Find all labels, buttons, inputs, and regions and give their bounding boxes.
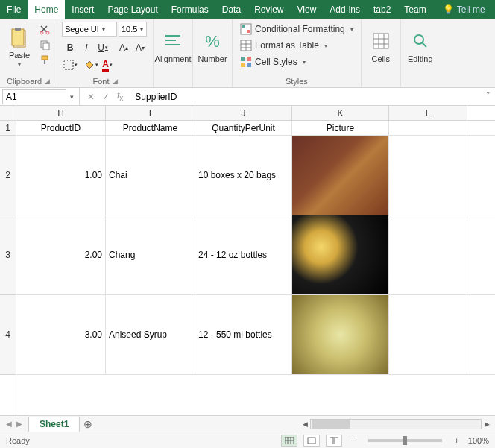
expand-formula-bar[interactable]: ⌄: [482, 88, 495, 105]
name-box-dropdown[interactable]: ▾: [66, 93, 77, 101]
hscroll-track[interactable]: [310, 419, 482, 429]
cut-button[interactable]: [37, 23, 52, 37]
spreadsheet-grid[interactable]: HIJKL 1234 ProductIDProductNameQuantityP…: [0, 106, 495, 415]
cells-button[interactable]: Cells: [366, 22, 396, 71]
tab-tell-me[interactable]: 💡Tell me: [436, 0, 492, 19]
cell-productname[interactable]: Aniseed Syrup: [106, 295, 195, 374]
enter-formula-icon[interactable]: ✓: [102, 92, 110, 102]
cell-productid[interactable]: 3.00: [16, 295, 106, 374]
header-cell-L[interactable]: [389, 121, 467, 135]
cell-productid[interactable]: 1.00: [16, 136, 106, 215]
add-sheet-button[interactable]: ⊕: [80, 416, 96, 432]
decrease-font-button[interactable]: A▾: [132, 40, 148, 55]
editing-button[interactable]: Editing: [406, 22, 435, 71]
cell-productid[interactable]: 2.00: [16, 215, 106, 294]
alignment-button[interactable]: Alignment: [158, 22, 188, 71]
cell-qty[interactable]: 10 boxes x 20 bags: [195, 136, 292, 215]
increase-font-button[interactable]: A▴: [116, 40, 132, 55]
italic-button[interactable]: I: [78, 40, 95, 55]
select-all-corner[interactable]: [0, 106, 16, 121]
number-button[interactable]: % Number: [198, 22, 227, 71]
column-header-J[interactable]: J: [195, 106, 292, 120]
zoom-level[interactable]: 100%: [468, 436, 489, 445]
bold-button[interactable]: B: [62, 40, 78, 55]
fx-icon[interactable]: fx: [117, 90, 123, 102]
name-box[interactable]: [2, 89, 66, 104]
status-ready: Ready: [6, 436, 30, 445]
header-cell-I[interactable]: ProductName: [106, 121, 195, 135]
tab-data[interactable]: Data: [215, 0, 248, 19]
column-header-K[interactable]: K: [292, 106, 389, 120]
tab-file[interactable]: File: [0, 0, 28, 19]
tab-formulas[interactable]: Formulas: [165, 0, 215, 19]
border-button[interactable]: ▾: [62, 57, 78, 72]
editing-label: Editing: [408, 54, 433, 63]
zoom-in-button[interactable]: +: [451, 436, 461, 445]
tab-page-layout[interactable]: Page Layout: [101, 0, 164, 19]
zoom-out-button[interactable]: −: [348, 436, 359, 445]
sheet-tab-sheet1[interactable]: Sheet1: [28, 417, 80, 432]
svg-rect-23: [247, 63, 251, 67]
tab-view[interactable]: View: [291, 0, 324, 19]
view-page-layout-button[interactable]: [303, 435, 320, 447]
underline-button[interactable]: U▾: [95, 40, 111, 55]
lightbulb-icon: 💡: [443, 4, 454, 15]
hscroll-left[interactable]: ◀: [300, 420, 310, 428]
fill-color-button[interactable]: ▾: [83, 57, 99, 72]
row-header-2[interactable]: 2: [0, 136, 16, 215]
cell-qty[interactable]: 24 - 12 oz bottles: [195, 215, 292, 294]
svg-rect-22: [241, 63, 245, 67]
header-cell-K[interactable]: Picture: [292, 121, 389, 135]
cell-empty[interactable]: [389, 136, 467, 215]
cell-picture[interactable]: [292, 295, 389, 374]
row-header-4[interactable]: 4: [0, 295, 16, 375]
column-header-L[interactable]: L: [389, 106, 467, 120]
copy-button[interactable]: [37, 38, 52, 51]
font-dialog-launcher[interactable]: ◢: [113, 78, 118, 85]
cells-icon: [369, 29, 393, 53]
font-size-combo[interactable]: 10.5▾: [119, 22, 147, 37]
font-color-button[interactable]: A▾: [99, 57, 116, 72]
cell-productname[interactable]: Chang: [106, 215, 195, 294]
ribbon: Paste ▾ Clipboard◢ Segoe UI▾ 10.5▾ B I U…: [0, 19, 495, 88]
header-cell-H[interactable]: ProductID: [16, 121, 106, 135]
formula-bar[interactable]: [130, 88, 482, 105]
font-name-combo[interactable]: Segoe UI▾: [62, 22, 117, 37]
cancel-formula-icon[interactable]: ✕: [87, 92, 95, 102]
tab-insert[interactable]: Insert: [65, 0, 101, 19]
hscroll-thumb[interactable]: [312, 420, 350, 429]
tab-home[interactable]: Home: [28, 0, 65, 19]
cell-empty[interactable]: [389, 215, 467, 294]
tab-addins[interactable]: Add-ins: [323, 0, 367, 19]
sheet-nav-prev[interactable]: ◀: [6, 420, 12, 428]
conditional-formatting-button[interactable]: Conditional Formatting▾: [237, 22, 356, 37]
zoom-thumb[interactable]: [403, 436, 407, 445]
zoom-slider[interactable]: [368, 439, 442, 442]
view-normal-button[interactable]: [281, 435, 297, 447]
row-header-3[interactable]: 3: [0, 215, 16, 295]
view-page-break-button[interactable]: [326, 435, 342, 447]
cell-empty[interactable]: [389, 295, 467, 374]
sheet-nav-next[interactable]: ▶: [16, 420, 22, 428]
tab-team[interactable]: Team: [397, 0, 432, 19]
cell-productname[interactable]: Chai: [106, 136, 195, 215]
cell-qty[interactable]: 12 - 550 ml bottles: [195, 295, 292, 374]
cell-picture[interactable]: [292, 136, 389, 215]
header-cell-J[interactable]: QuantityPerUnit: [195, 121, 292, 135]
cell-picture[interactable]: [292, 215, 389, 294]
ribbon-tabs: File Home Insert Page Layout Formulas Da…: [0, 0, 495, 19]
chevron-down-icon: ▾: [140, 26, 143, 33]
column-header-H[interactable]: H: [16, 106, 106, 120]
format-as-table-button[interactable]: Format as Table▾: [237, 38, 356, 53]
paste-button[interactable]: Paste ▾: [4, 22, 34, 71]
format-painter-button[interactable]: [37, 53, 52, 66]
tab-review[interactable]: Review: [248, 0, 290, 19]
clipboard-dialog-launcher[interactable]: ◢: [45, 78, 50, 85]
cell-styles-button[interactable]: Cell Styles▾: [237, 54, 356, 69]
alignment-label: Alignment: [155, 54, 192, 63]
row-header-1[interactable]: 1: [0, 121, 16, 136]
tab-tab2[interactable]: tab2: [367, 0, 397, 19]
hscroll-right[interactable]: ▶: [482, 420, 492, 428]
column-header-I[interactable]: I: [106, 106, 195, 120]
font-name-value: Segoe UI: [65, 25, 99, 34]
